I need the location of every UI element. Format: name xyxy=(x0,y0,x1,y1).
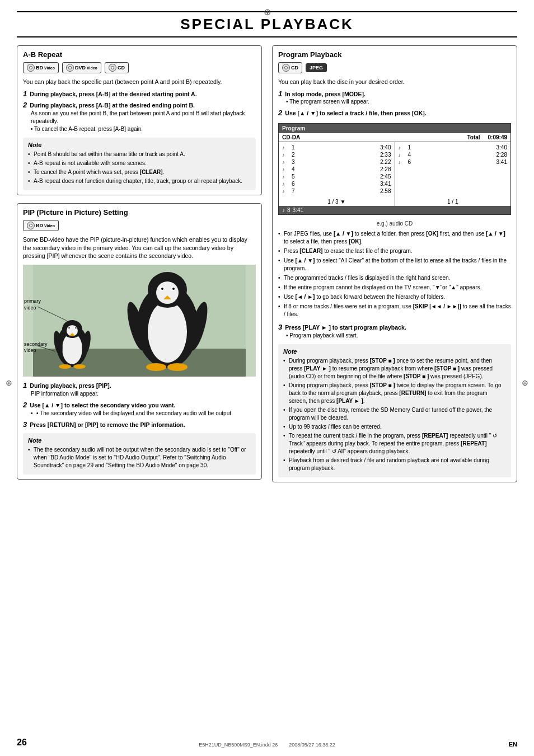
ab-repeat-note: Note Point B should be set within the sa… xyxy=(23,138,256,190)
left-crosshair: ⊕ xyxy=(6,378,12,387)
program-table: Program CD-DA Total 0:09:49 ♪13:40 ♪22:3… xyxy=(278,123,511,215)
program-table-subheader: CD-DA Total 0:09:49 xyxy=(279,133,510,142)
prog-step1-text: In stop mode, press [MODE]. xyxy=(285,91,366,97)
prog-step2: 2 Use [▲ / ▼] to select a track / file, … xyxy=(278,109,511,118)
prog-bullet-2: Press [CLEAR] to erase the last file of … xyxy=(278,247,511,255)
prog-step2-num: 2 xyxy=(278,109,282,117)
program-caption: e.g.) audio CD xyxy=(278,220,511,227)
prog-step1-num: 1 xyxy=(278,90,282,98)
svg-point-9 xyxy=(172,288,175,290)
program-note: Note During program playback, press [STO… xyxy=(278,344,511,477)
pip-step1-num: 1 xyxy=(23,381,27,389)
prog-page-right: 1 / 1 xyxy=(395,198,511,206)
bd-disc-icon xyxy=(27,64,35,72)
badge-cd: CD xyxy=(105,62,129,73)
ab-note-3: To cancel the A point which was set, pre… xyxy=(28,168,251,176)
prog-step3-sub: • Program playback will start. xyxy=(286,332,511,340)
page-number: 26 xyxy=(17,738,27,748)
prog-row-5: ♪52:45 xyxy=(282,173,391,180)
pip-title: PIP (Picture in Picture) Setting xyxy=(23,208,256,217)
pip-note: Note The the secondary audio will not be… xyxy=(23,433,256,475)
pip-step1-sub: PIP information will appear. xyxy=(31,390,256,398)
prog-row-4: ♪42:28 xyxy=(282,166,391,172)
program-table-header: Program xyxy=(279,124,510,133)
svg-point-12 xyxy=(167,363,188,371)
program-left-tracks: ♪13:40 ♪22:33 ♪32:22 ♪42:28 ♪52:45 ♪63:4… xyxy=(279,142,395,198)
prog-bullet-6: Use [◄ / ►] to go back forward between t… xyxy=(278,293,511,301)
pip-step2-sub: • The secondary video will be displayed … xyxy=(31,410,256,417)
ab-note-1: Point B should be set within the same ti… xyxy=(28,151,251,158)
prog-step2-text: Use [▲ / ▼] to select a track / file, th… xyxy=(285,110,426,116)
pip-step3-num: 3 xyxy=(23,420,27,429)
prog-note-4: Up to 99 tracks / files can be entered. xyxy=(283,423,506,431)
pip-image: primaryvideo secondaryvideo xyxy=(23,265,256,377)
program-playback-title: Program Playback xyxy=(278,50,511,59)
prog-page-left: 1 / 3 ▼ xyxy=(279,198,395,206)
svg-point-5 xyxy=(156,281,179,304)
svg-point-25 xyxy=(73,364,86,369)
ab-note-2: A-B repeat is not available with some sc… xyxy=(28,159,251,167)
ab-repeat-formats: BDVideo DVDVideo CD xyxy=(23,62,256,73)
svg-point-22 xyxy=(75,327,76,328)
ab-note-title: Note xyxy=(28,142,251,148)
top-crosshair: ⊕ xyxy=(264,7,271,17)
program-bullets: For JPEG files, use [▲ / ▼] to select a … xyxy=(278,230,511,318)
pip-note-title: Note xyxy=(28,437,251,444)
program-playback-section: Program Playback CD JPEG You can play ba… xyxy=(272,45,517,482)
prog-bullet-5: If the entire program cannot be displaye… xyxy=(278,284,511,292)
svg-point-11 xyxy=(146,363,166,371)
prog-bullet-7: If 8 or more tracks / files were set in … xyxy=(278,303,511,318)
prog-right-row-6: ♪63:41 xyxy=(399,159,508,165)
badge-bd: BDVideo xyxy=(23,62,59,73)
prog-row-7: ♪72:58 xyxy=(282,188,391,194)
pip-intro: Some BD-video have the PIP (picture-in-p… xyxy=(23,236,256,260)
ab-step1: 1 During playback, press [A-B] at the de… xyxy=(23,90,256,98)
prog-row-1: ♪13:40 xyxy=(282,144,391,151)
table-col2-label: Total 0:09:49 xyxy=(467,134,507,140)
ab-step2-sub: • To cancel the A-B repeat, press [A-B] … xyxy=(31,125,256,133)
prog-cd-icon xyxy=(282,64,290,72)
program-selected-row: ♪ 8 3:41 xyxy=(279,206,510,214)
pip-note-1: The the secondary audio will not be outp… xyxy=(28,446,251,469)
prog-note-1: During program playback, press [STOP ■ ]… xyxy=(283,357,506,381)
pip-badge-bd: BDVideo xyxy=(23,220,59,231)
pip-bd-icon xyxy=(27,222,35,229)
dvd-disc-icon xyxy=(66,64,74,72)
prog-row-3: ♪32:22 xyxy=(282,159,391,165)
prog-note-title: Note xyxy=(283,348,506,355)
table-col1-label: CD-DA xyxy=(282,134,300,140)
ab-step2-num: 2 xyxy=(23,101,27,109)
program-formats: CD JPEG xyxy=(278,62,511,73)
selected-track-num: 8 xyxy=(287,207,291,213)
prog-step3-num: 3 xyxy=(278,323,282,331)
ab-step1-num: 1 xyxy=(23,90,27,98)
pip-step1: 1 During playback, press [PIP]. PIP info… xyxy=(23,381,256,398)
svg-point-8 xyxy=(161,288,163,290)
footer-info: E5H21UD_NB500MS9_EN.indd 26 2008/05/27 1… xyxy=(199,742,335,748)
prog-step3: 3 Press [PLAY ► ] to start program playb… xyxy=(278,323,511,340)
prog-note-2: During program playback, press [STOP ■ ]… xyxy=(283,382,506,405)
page-lang: EN xyxy=(509,741,517,748)
prog-step1-sub: • The program screen will appear. xyxy=(286,98,511,106)
pip-label-secondary: secondaryvideo xyxy=(24,341,48,354)
prog-bullet-1: For JPEG files, use [▲ / ▼] to select a … xyxy=(278,230,511,246)
ab-repeat-section: A-B Repeat BDVideo DVDVideo CD Yo xyxy=(17,45,262,195)
right-crosshair: ⊕ xyxy=(522,378,528,387)
pip-formats: BDVideo xyxy=(23,220,256,231)
ab-repeat-title: A-B Repeat xyxy=(23,50,256,59)
pip-step2-num: 2 xyxy=(23,401,27,409)
prog-badge-cd: CD xyxy=(278,62,302,73)
prog-bullet-3: Use [▲ / ▼] to select "All Clear" at the… xyxy=(278,257,511,273)
prog-note-3: If you open the disc tray, remove the SD… xyxy=(283,406,506,422)
ab-step2: 2 During playback, press [A-B] at the de… xyxy=(23,101,256,133)
prog-row-2: ♪22:33 xyxy=(282,152,391,158)
selected-track-time: 3:41 xyxy=(293,207,303,213)
program-footer: 1 / 3 ▼ 1 / 1 xyxy=(279,198,510,206)
ab-step2-detail: As soon as you set the point B, the part… xyxy=(31,110,256,125)
prog-note-5: To repeat the current track / file in th… xyxy=(283,432,506,456)
selected-track-icon: ♪ xyxy=(282,207,285,213)
prog-note-6: Playback from a desired track / file and… xyxy=(283,457,506,472)
pip-step3: 3 Press [RETURN] or [PIP] to remove the … xyxy=(23,420,256,429)
prog-bullet-4: The programmed tracks / files is display… xyxy=(278,274,511,282)
page: ⊕ ⊕ ⊕ SPECIAL PLAYBACK A-B Repeat BDVide… xyxy=(0,0,534,756)
